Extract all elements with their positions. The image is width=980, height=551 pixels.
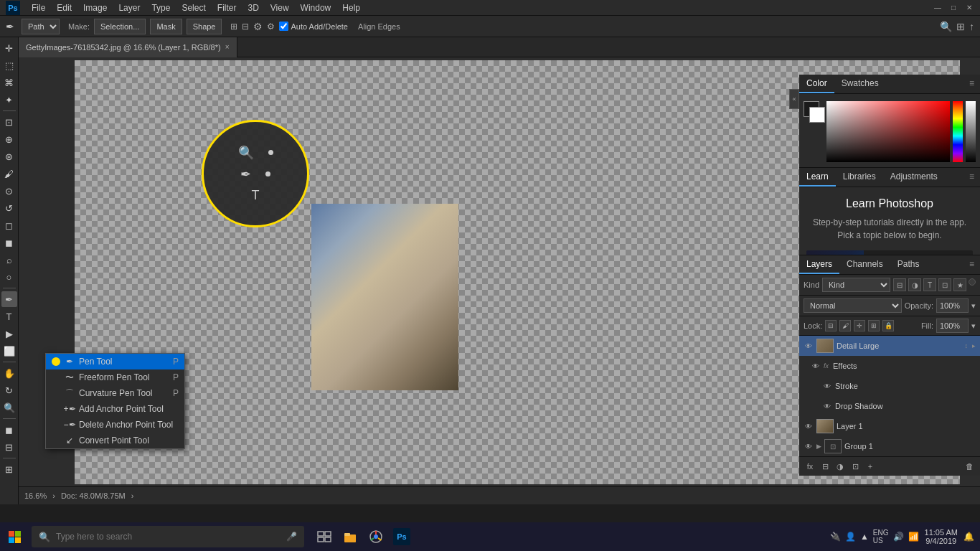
pen-tool-btn[interactable]: ✒ [1, 291, 17, 307]
opacity-arrow[interactable]: ▾ [971, 301, 976, 311]
color-tab[interactable]: Color [799, 75, 834, 93]
close-button[interactable]: ✕ [964, 3, 974, 13]
selection-button[interactable]: Selection... [94, 19, 146, 34]
add-adjustment-button[interactable]: ◑ [834, 460, 847, 473]
learn-panel-menu[interactable]: ≡ [963, 168, 980, 187]
zoom-tool[interactable]: 🔍 [1, 400, 17, 415]
add-layer-button[interactable]: + [864, 460, 877, 473]
background-swatch[interactable] [809, 107, 825, 123]
heal-tool[interactable]: ⊛ [1, 149, 17, 164]
notification-icon[interactable]: 🔔 [963, 532, 974, 542]
search-input[interactable] [56, 532, 281, 542]
people-icon[interactable]: 👤 [845, 532, 856, 542]
move-tool[interactable]: ✛ [1, 40, 17, 56]
menu-3d[interactable]: 3D [243, 1, 263, 14]
channels-tab[interactable]: Channels [839, 255, 890, 274]
context-convert-point[interactable]: ↙ Convert Point Tool [46, 433, 184, 448]
layers-menu[interactable]: ≡ [963, 255, 980, 274]
fill-arrow[interactable]: ▾ [971, 321, 976, 331]
swatches-tab[interactable]: Swatches [834, 75, 886, 93]
layer-stroke[interactable]: 👁 Stroke [799, 376, 980, 396]
layer-visibility-1[interactable]: 👁 [804, 421, 814, 431]
menu-file[interactable]: File [27, 1, 50, 14]
dodge-tool[interactable]: ○ [1, 269, 17, 285]
auto-add-delete-checkbox[interactable] [279, 22, 288, 31]
microphone-icon[interactable]: 🎤 [286, 532, 297, 542]
menu-layer[interactable]: Layer [114, 1, 144, 14]
menu-view[interactable]: View [266, 1, 293, 14]
lock-transparency-icon[interactable]: ⊟ [825, 320, 837, 331]
filter-toggle-dot[interactable] [969, 278, 976, 286]
shape-tool[interactable]: ⬜ [1, 343, 17, 359]
opacity-input[interactable] [936, 298, 969, 313]
mask-button[interactable]: Mask [150, 19, 182, 34]
libraries-tab[interactable]: Libraries [836, 168, 883, 187]
layer-detail-large[interactable]: 👁 Detail Large ↕ ▸ [799, 336, 980, 356]
color-spectrum[interactable] [953, 101, 963, 162]
foreground-bg-tool[interactable]: ◼ [1, 422, 17, 438]
menu-image[interactable]: Image [79, 1, 111, 14]
shape-filter-icon[interactable]: ⊡ [938, 278, 951, 291]
lock-all-icon[interactable]: 🔒 [882, 320, 894, 331]
share-icon[interactable]: ↑ [969, 21, 974, 32]
group-expand-arrow[interactable]: ▶ [816, 443, 821, 450]
system-time[interactable]: 11:05 AM 9/4/2019 [925, 528, 958, 545]
network-icon[interactable]: 🔌 [830, 532, 841, 542]
color-picker[interactable] [804, 98, 976, 163]
lock-position-icon[interactable]: ✛ [854, 320, 865, 331]
layer-visibility-toggle-0[interactable]: 👁 [804, 341, 814, 351]
network2-icon[interactable]: 📶 [908, 532, 919, 542]
history-tool[interactable]: ↺ [1, 200, 17, 216]
rotate-tool[interactable]: ↻ [1, 382, 17, 398]
fill-input[interactable] [936, 319, 969, 333]
taskview-button[interactable] [313, 525, 336, 548]
blur-tool[interactable]: ⌕ [1, 252, 17, 268]
taskbar-search-box[interactable]: 🔍 🎤 [32, 526, 304, 547]
quick-mask-tool[interactable]: ⊟ [1, 439, 17, 455]
layer-visibility-dropshadow[interactable]: 👁 [822, 401, 832, 411]
document-tab[interactable]: GettyImages-76185342.jpg @ 16.6% (Layer … [19, 37, 237, 57]
add-mask-button[interactable]: ⊟ [819, 460, 831, 473]
learn-tab[interactable]: Learn [799, 168, 836, 187]
chrome-button[interactable] [364, 525, 387, 548]
maximize-button[interactable]: □ [948, 3, 958, 13]
type-tool[interactable]: T [1, 309, 17, 324]
layer-dropshadow[interactable]: 👁 Drop Shadow [799, 396, 980, 416]
adjustment-filter-icon[interactable]: ◑ [908, 278, 921, 291]
adjustments-tab[interactable]: Adjustments [883, 168, 945, 187]
document-close[interactable]: × [225, 43, 230, 51]
menu-select[interactable]: Select [177, 1, 209, 14]
search-icon[interactable]: 🔍 [940, 21, 952, 32]
paths-tab[interactable]: Paths [890, 255, 927, 274]
context-delete-anchor[interactable]: −✒ Delete Anchor Point Tool [46, 417, 184, 433]
brush-tool[interactable]: 🖌 [1, 166, 17, 182]
lock-artboard-icon[interactable]: ⊞ [868, 320, 880, 331]
context-freeform-pen[interactable]: 〜 Freeform Pen Tool P [46, 369, 184, 385]
type-filter-icon[interactable]: T [923, 278, 936, 291]
menu-filter[interactable]: Filter [213, 1, 241, 14]
layers-tab[interactable]: Layers [799, 255, 839, 274]
opacity-bar[interactable] [966, 101, 976, 162]
delete-layer-button[interactable]: 🗑 [963, 460, 976, 473]
clone-tool[interactable]: ⊙ [1, 183, 17, 199]
menu-edit[interactable]: Edit [52, 1, 76, 14]
tool-type-select[interactable]: Path [22, 19, 60, 34]
start-button[interactable] [0, 522, 29, 551]
lock-image-icon[interactable]: 🖌 [839, 320, 851, 331]
path-select-tool[interactable]: ▶ [1, 326, 17, 342]
add-group-button[interactable]: ⊡ [849, 460, 862, 473]
context-add-anchor[interactable]: +✒ Add Anchor Point Tool [46, 401, 184, 417]
layer-visibility-effects[interactable]: 👁 [811, 361, 821, 371]
screen-mode-tool[interactable]: ⊞ [1, 461, 17, 477]
layer-effects[interactable]: 👁 fx Effects [799, 356, 980, 376]
color-panel-options[interactable]: ≡ [963, 75, 980, 93]
context-pen-tool[interactable]: ✒ Pen Tool P [46, 354, 184, 369]
menu-type[interactable]: Type [147, 1, 174, 14]
lasso-tool[interactable]: ⌘ [1, 75, 17, 90]
add-fx-button[interactable]: fx [804, 460, 816, 473]
volume-icon[interactable]: 🔊 [893, 532, 904, 542]
menu-help[interactable]: Help [338, 1, 364, 14]
blend-mode-select[interactable]: Normal [804, 298, 902, 313]
layer-visibility-group-1[interactable]: 👁 [804, 441, 814, 451]
up-arrow-icon[interactable]: ▲ [860, 532, 869, 542]
